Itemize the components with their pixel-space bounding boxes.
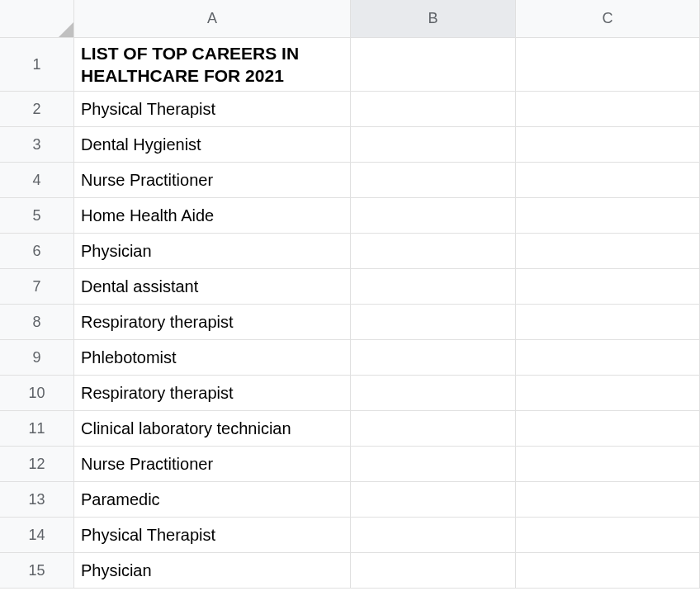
- cell-b3[interactable]: [351, 127, 516, 163]
- table-row: 3 Dental Hygienist: [0, 127, 700, 163]
- cell-b2[interactable]: [351, 92, 516, 127]
- cell-b13[interactable]: [351, 482, 516, 518]
- row-header-1[interactable]: 1: [0, 38, 74, 92]
- row-header-3[interactable]: 3: [0, 127, 74, 163]
- row-header-6[interactable]: 6: [0, 234, 74, 269]
- cell-a13[interactable]: Paramedic: [74, 482, 351, 518]
- row-header-13[interactable]: 13: [0, 482, 74, 518]
- table-row: 7 Dental assistant: [0, 269, 700, 305]
- cell-a4[interactable]: Nurse Practitioner: [74, 163, 351, 198]
- cell-b7[interactable]: [351, 269, 516, 305]
- table-row: 11 Clinical laboratory technician: [0, 411, 700, 447]
- table-row: 6 Physician: [0, 234, 700, 269]
- column-header-a[interactable]: A: [74, 0, 351, 38]
- cell-c1[interactable]: [516, 38, 700, 92]
- row-header-2[interactable]: 2: [0, 92, 74, 127]
- table-row: 8 Respiratory therapist: [0, 305, 700, 340]
- row-header-12[interactable]: 12: [0, 447, 74, 482]
- table-row: 13 Paramedic: [0, 482, 700, 518]
- cell-c10[interactable]: [516, 376, 700, 411]
- cell-b4[interactable]: [351, 163, 516, 198]
- cell-c15[interactable]: [516, 553, 700, 589]
- cell-b15[interactable]: [351, 553, 516, 589]
- cell-c3[interactable]: [516, 127, 700, 163]
- cell-c4[interactable]: [516, 163, 700, 198]
- select-all-corner[interactable]: [0, 0, 74, 38]
- row-header-14[interactable]: 14: [0, 518, 74, 553]
- cell-b6[interactable]: [351, 234, 516, 269]
- cell-c6[interactable]: [516, 234, 700, 269]
- row-header-9[interactable]: 9: [0, 340, 74, 376]
- cell-a1[interactable]: LIST OF TOP CAREERS IN HEALTHCARE FOR 20…: [74, 38, 351, 92]
- table-row: 4 Nurse Practitioner: [0, 163, 700, 198]
- column-header-c[interactable]: C: [516, 0, 700, 38]
- cell-b10[interactable]: [351, 376, 516, 411]
- spreadsheet: A B C 1 LIST OF TOP CAREERS IN HEALTHCAR…: [0, 0, 700, 591]
- cell-b12[interactable]: [351, 447, 516, 482]
- table-row: 10 Respiratory therapist: [0, 376, 700, 411]
- table-row: 15 Physician: [0, 553, 700, 589]
- cell-a11[interactable]: Clinical laboratory technician: [74, 411, 351, 447]
- row-header-11[interactable]: 11: [0, 411, 74, 447]
- cell-a7[interactable]: Dental assistant: [74, 269, 351, 305]
- cell-c13[interactable]: [516, 482, 700, 518]
- cell-b1[interactable]: [351, 38, 516, 92]
- row-header-4[interactable]: 4: [0, 163, 74, 198]
- table-row: 14 Physical Therapist: [0, 518, 700, 553]
- table-row: 12 Nurse Practitioner: [0, 447, 700, 482]
- row-header-10[interactable]: 10: [0, 376, 74, 411]
- cell-c12[interactable]: [516, 447, 700, 482]
- table-row: 1 LIST OF TOP CAREERS IN HEALTHCARE FOR …: [0, 38, 700, 92]
- cell-c5[interactable]: [516, 198, 700, 234]
- cell-a12[interactable]: Nurse Practitioner: [74, 447, 351, 482]
- row-header-5[interactable]: 5: [0, 198, 74, 234]
- cell-a2[interactable]: Physical Therapist: [74, 92, 351, 127]
- column-header-b[interactable]: B: [351, 0, 516, 38]
- row-header-8[interactable]: 8: [0, 305, 74, 340]
- cell-a15[interactable]: Physician: [74, 553, 351, 589]
- cell-a14[interactable]: Physical Therapist: [74, 518, 351, 553]
- cell-a3[interactable]: Dental Hygienist: [74, 127, 351, 163]
- cell-b11[interactable]: [351, 411, 516, 447]
- cell-b14[interactable]: [351, 518, 516, 553]
- cell-a10[interactable]: Respiratory therapist: [74, 376, 351, 411]
- column-header-row: A B C: [0, 0, 700, 38]
- cell-c14[interactable]: [516, 518, 700, 553]
- row-header-15[interactable]: 15: [0, 553, 74, 589]
- cell-c8[interactable]: [516, 305, 700, 340]
- cell-a5[interactable]: Home Health Aide: [74, 198, 351, 234]
- cell-c11[interactable]: [516, 411, 700, 447]
- cell-b5[interactable]: [351, 198, 516, 234]
- table-row: 9 Phlebotomist: [0, 340, 700, 376]
- row-header-7[interactable]: 7: [0, 269, 74, 305]
- cell-a9[interactable]: Phlebotomist: [74, 340, 351, 376]
- table-row: 2 Physical Therapist: [0, 92, 700, 127]
- cell-b8[interactable]: [351, 305, 516, 340]
- cell-a6[interactable]: Physician: [74, 234, 351, 269]
- cell-b9[interactable]: [351, 340, 516, 376]
- cell-c2[interactable]: [516, 92, 700, 127]
- cell-a8[interactable]: Respiratory therapist: [74, 305, 351, 340]
- table-row: 5 Home Health Aide: [0, 198, 700, 234]
- cell-c9[interactable]: [516, 340, 700, 376]
- cell-c7[interactable]: [516, 269, 700, 305]
